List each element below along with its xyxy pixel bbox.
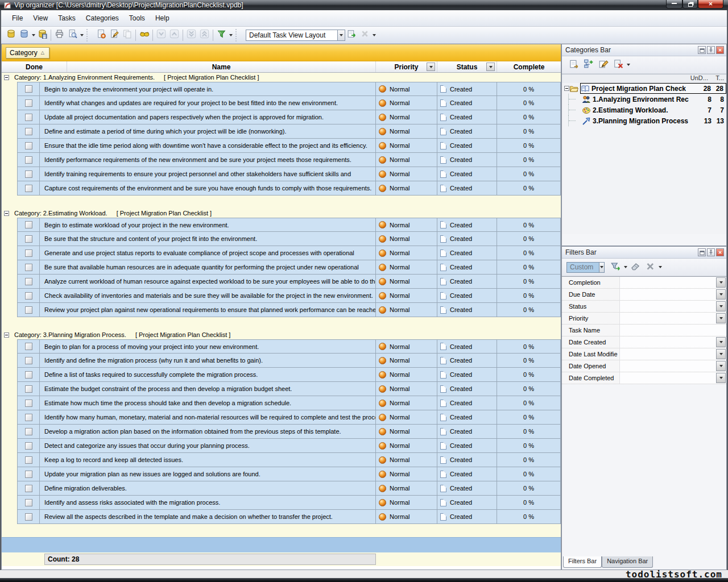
complete-cell[interactable]: 0 % <box>497 181 561 196</box>
status-cell[interactable]: Created <box>437 354 497 368</box>
task-name-cell[interactable]: Develop a migration action plan based on… <box>40 425 376 439</box>
status-cell[interactable]: Created <box>437 510 497 524</box>
menu-help[interactable]: Help <box>150 13 175 24</box>
status-cell[interactable]: Created <box>437 481 497 496</box>
category-group-row[interactable]: Category: 2.Estimating Workload.[ Projec… <box>2 209 561 218</box>
filter-value-field[interactable] <box>620 336 715 348</box>
total-column-header[interactable]: T... <box>708 74 724 83</box>
task-name-cell[interactable]: Define migration deliverables. <box>40 481 376 496</box>
task-name-cell[interactable]: Define and estimate a period of time dur… <box>40 124 376 139</box>
done-checkbox[interactable] <box>25 250 32 257</box>
filters-toolbar-caret[interactable] <box>657 261 663 274</box>
done-checkbox[interactable] <box>25 235 32 243</box>
highlight-button[interactable] <box>138 28 151 41</box>
new-database-button[interactable] <box>5 28 18 41</box>
status-cell[interactable]: Created <box>437 246 497 260</box>
categories-close-button[interactable]: ✕ <box>716 46 724 54</box>
status-cell[interactable]: Created <box>437 453 497 467</box>
apply-layout-button[interactable] <box>345 28 358 41</box>
status-cell[interactable]: Created <box>437 303 497 317</box>
apply-filter-icon-caret[interactable] <box>623 261 628 274</box>
priority-cell[interactable]: Normal <box>376 510 437 524</box>
filter-dropdown-button[interactable] <box>716 301 726 311</box>
done-checkbox[interactable] <box>25 357 32 364</box>
apply-filter-button[interactable] <box>608 260 623 274</box>
priority-cell[interactable]: Normal <box>376 496 437 510</box>
open-database-button[interactable] <box>18 28 31 41</box>
task-name-cell[interactable]: Begin to estimate workload of your proje… <box>40 218 376 232</box>
clear-filter-button[interactable] <box>643 260 657 274</box>
complete-cell[interactable]: 0 % <box>497 382 561 396</box>
layout-combo-dropdown[interactable] <box>338 30 345 41</box>
priority-cell[interactable]: Normal <box>376 124 437 139</box>
menu-view[interactable]: View <box>28 13 53 24</box>
filter-dropdown-button[interactable] <box>716 313 726 323</box>
done-checkbox[interactable] <box>25 306 32 314</box>
status-cell[interactable]: Created <box>437 382 497 396</box>
task-name-cell[interactable]: Detect and categorize any issues that oc… <box>40 439 376 453</box>
done-checkbox[interactable] <box>25 385 32 393</box>
done-checkbox[interactable] <box>25 400 32 407</box>
task-name-cell[interactable]: Review your project plan against new ope… <box>40 303 376 317</box>
filter-dropdown-button[interactable] <box>716 361 726 371</box>
complete-cell[interactable]: 0 % <box>497 124 561 139</box>
category-tree-item[interactable]: 1.Analyzing Environment Rec88 <box>562 94 726 105</box>
priority-cell[interactable]: Normal <box>376 246 437 260</box>
menu-file[interactable]: File <box>7 13 28 24</box>
status-filter-button[interactable] <box>486 63 495 71</box>
column-header-priority[interactable]: Priority <box>376 61 437 72</box>
complete-cell[interactable]: 0 % <box>497 303 561 317</box>
filter-value-field[interactable] <box>620 313 715 324</box>
priority-cell[interactable]: Normal <box>376 260 437 275</box>
column-header-complete[interactable]: Complete <box>497 61 561 72</box>
done-checkbox[interactable] <box>25 114 32 121</box>
task-name-cell[interactable]: Identify and assess risks associated wit… <box>40 496 376 510</box>
done-checkbox[interactable] <box>25 185 32 192</box>
complete-cell[interactable]: 0 % <box>497 410 561 425</box>
done-checkbox[interactable] <box>25 414 32 421</box>
status-cell[interactable]: Created <box>437 439 497 453</box>
filter-value-field[interactable] <box>620 348 715 360</box>
priority-cell[interactable]: Normal <box>376 82 437 96</box>
complete-cell[interactable]: 0 % <box>497 481 561 496</box>
complete-cell[interactable]: 0 % <box>497 139 561 153</box>
status-cell[interactable]: Created <box>437 110 497 124</box>
column-header-name[interactable]: Name <box>67 61 376 72</box>
filter-value-field[interactable] <box>620 360 715 372</box>
priority-cell[interactable]: Normal <box>376 218 437 232</box>
edit-task-button[interactable] <box>107 28 121 41</box>
status-cell[interactable]: Created <box>437 425 497 439</box>
filters-restore-button[interactable] <box>698 248 706 256</box>
open-database-icon-caret[interactable] <box>31 28 36 41</box>
collapse-icon[interactable] <box>564 86 569 91</box>
priority-cell[interactable]: Normal <box>376 110 437 124</box>
collapse-icon[interactable] <box>4 211 9 216</box>
filter-preset-combo[interactable]: Custom <box>566 262 605 273</box>
status-cell[interactable]: Created <box>437 260 497 275</box>
minimize-button[interactable] <box>666 0 682 9</box>
layout-options-caret[interactable] <box>371 28 377 41</box>
priority-cell[interactable]: Normal <box>376 425 437 439</box>
task-name-cell[interactable]: Identify and define the migration proces… <box>40 354 376 368</box>
category-tree-item[interactable]: 3.Planning Migration Process1313 <box>562 115 726 126</box>
print-preview-button[interactable] <box>66 28 79 41</box>
status-cell[interactable]: Created <box>437 275 497 289</box>
column-header-status[interactable]: Status <box>437 61 497 72</box>
filter-dropdown-button[interactable] <box>716 289 726 300</box>
priority-cell[interactable]: Normal <box>376 368 437 382</box>
priority-cell[interactable]: Normal <box>376 382 437 396</box>
done-checkbox[interactable] <box>25 156 32 164</box>
task-name-cell[interactable]: Analyze current workload of human resour… <box>40 275 376 289</box>
priority-cell[interactable]: Normal <box>376 153 437 167</box>
status-cell[interactable]: Created <box>437 96 497 110</box>
complete-cell[interactable]: 0 % <box>497 218 561 232</box>
category-tree-item[interactable]: Project Migration Plan Check2828 <box>562 83 726 94</box>
category-group-row[interactable]: Category: 1.Analyzing Environment Requir… <box>2 73 561 82</box>
status-cell[interactable]: Created <box>437 218 497 232</box>
done-checkbox[interactable] <box>25 485 32 492</box>
complete-cell[interactable]: 0 % <box>497 368 561 382</box>
done-checkbox[interactable] <box>25 264 32 271</box>
task-name-cell[interactable]: Be sure that the structure and content o… <box>40 232 376 246</box>
complete-cell[interactable]: 0 % <box>497 496 561 510</box>
filters-pin-button[interactable] <box>707 248 715 256</box>
